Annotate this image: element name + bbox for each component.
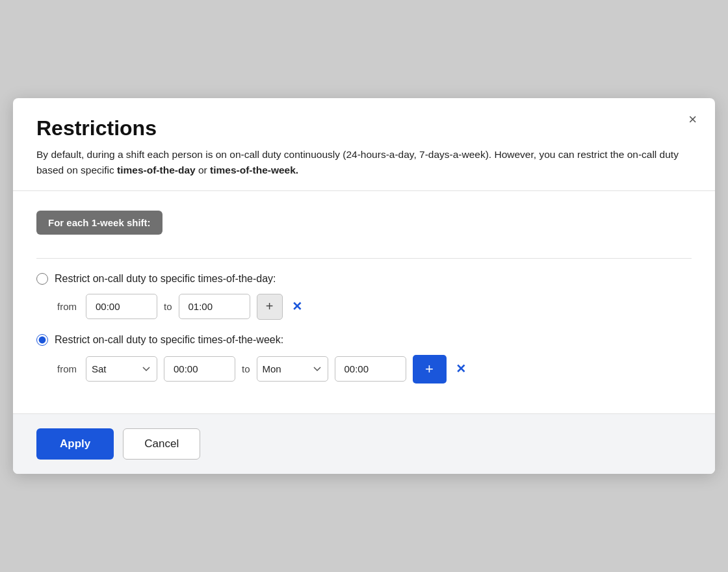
divider-1 [36, 258, 692, 259]
shift-badge: For each 1-week shift: [36, 211, 162, 235]
option-label-day: Restrict on-call duty to specific times-… [55, 273, 276, 285]
dialog-footer: Apply Cancel [13, 413, 715, 474]
add-time-day-button[interactable]: + [257, 294, 283, 320]
description-middle: or [196, 164, 210, 176]
dialog-title: Restrictions [36, 116, 692, 140]
radio-times-of-week[interactable] [36, 334, 48, 346]
to-time-week[interactable] [335, 356, 406, 382]
from-label-day: from [57, 301, 79, 312]
from-time-week[interactable] [164, 356, 235, 382]
apply-button[interactable]: Apply [36, 428, 114, 460]
from-time-day[interactable] [86, 294, 157, 319]
add-time-week-button[interactable]: + [413, 355, 447, 384]
to-label-day: to [164, 301, 172, 312]
time-row-week: from Sun Mon Tue Wed Thu Fri Sat to Sun … [57, 355, 692, 384]
remove-time-week-button[interactable]: ✕ [453, 361, 469, 376]
time-row-day: from to + ✕ [57, 294, 692, 320]
restriction-option-week: Restrict on-call duty to specific times-… [36, 334, 692, 384]
x-icon-week: ✕ [456, 362, 466, 376]
restriction-option-day: Restrict on-call duty to specific times-… [36, 273, 692, 320]
to-day-select[interactable]: Sun Mon Tue Wed Thu Fri Sat [257, 356, 328, 382]
cancel-button[interactable]: Cancel [123, 428, 200, 460]
dialog-description: By default, during a shift each person i… [36, 147, 692, 177]
option-row-1: Restrict on-call duty to specific times-… [36, 273, 692, 285]
dialog-header: Restrictions By default, during a shift … [13, 98, 715, 191]
remove-time-day-button[interactable]: ✕ [289, 299, 305, 314]
from-label-week: from [57, 363, 79, 374]
x-icon-day: ✕ [292, 300, 302, 313]
to-time-day[interactable] [179, 294, 250, 319]
radio-times-of-day[interactable] [36, 273, 48, 285]
to-label-week: to [242, 363, 250, 374]
option-label-week: Restrict on-call duty to specific times-… [55, 334, 283, 346]
close-button[interactable]: × [688, 112, 697, 127]
restrictions-dialog: Restrictions By default, during a shift … [13, 98, 715, 474]
option-row-2: Restrict on-call duty to specific times-… [36, 334, 692, 346]
dialog-body: For each 1-week shift: Restrict on-call … [13, 191, 715, 413]
from-day-select[interactable]: Sun Mon Tue Wed Thu Fri Sat [86, 356, 157, 382]
description-bold1: times-of-the-day [117, 164, 196, 176]
description-bold2: times-of-the-week. [210, 164, 298, 176]
